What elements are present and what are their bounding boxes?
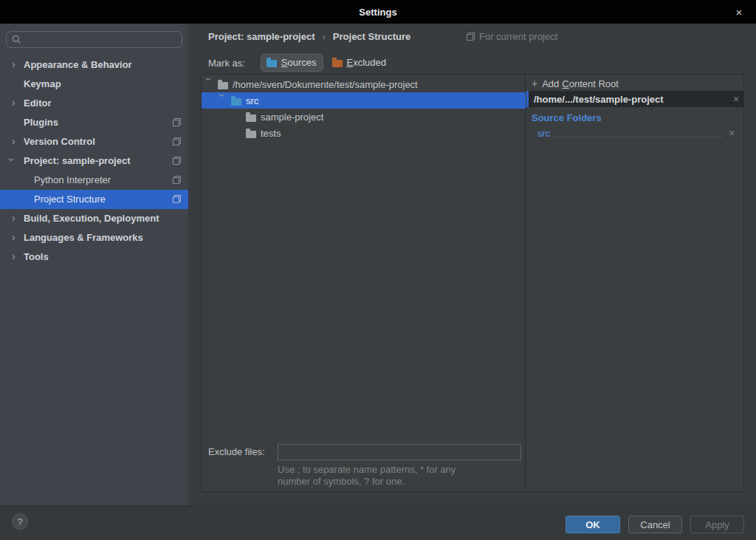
tree-row-tests[interactable]: tests xyxy=(202,125,526,141)
source-folder-icon xyxy=(267,60,277,67)
project-scope-icon xyxy=(173,118,181,126)
sidebar-item-label: Languages & Frameworks xyxy=(24,232,143,243)
sidebar-item-editor[interactable]: Editor xyxy=(0,94,188,113)
chevron-down-icon[interactable] xyxy=(207,76,218,92)
tree-row-root[interactable]: /home/sven/Dokumente/test/sample-project xyxy=(202,76,526,92)
exclude-files-input[interactable] xyxy=(278,444,521,460)
sidebar-item-appearance[interactable]: Appearance & Behavior xyxy=(0,55,188,75)
sidebar-item-tools[interactable]: Tools xyxy=(0,247,188,267)
settings-nav: Appearance & Behavior Keymap Editor Plug… xyxy=(0,55,188,267)
source-folder-row[interactable]: src × xyxy=(526,126,739,140)
project-scope-icon xyxy=(173,195,181,203)
chevron-down-icon xyxy=(10,151,19,171)
sidebar-item-label: Keymap xyxy=(24,78,61,89)
sidebar-item-label: Project Structure xyxy=(34,194,106,205)
exclude-hint-line2: number of symbols, ? for one. xyxy=(278,476,405,488)
breadcrumb: Project: sample-project › Project Struct… xyxy=(208,28,410,44)
exclude-files-row: Exclude files: xyxy=(202,443,526,460)
excluded-folder-icon xyxy=(332,60,343,67)
folder-icon xyxy=(246,115,256,122)
breadcrumb-project[interactable]: Project: sample-project xyxy=(208,31,315,42)
project-scope-icon xyxy=(467,33,475,41)
source-folders-title: Source Folders xyxy=(532,112,602,123)
plus-icon: + xyxy=(532,78,537,89)
source-folder-icon xyxy=(231,98,241,106)
remove-content-root-icon[interactable]: × xyxy=(729,93,743,105)
help-button[interactable]: ? xyxy=(12,513,28,530)
sidebar-item-label: Project: sample-project xyxy=(24,155,131,166)
tree-sample-project-label: sample-project xyxy=(261,112,323,123)
folder-icon xyxy=(218,82,228,89)
sidebar-item-label: Python Interpreter xyxy=(34,174,111,185)
sidebar-item-label: Build, Execution, Deployment xyxy=(24,213,159,224)
tree-root-path: /home/sven/Dokumente/test/sample-project xyxy=(233,79,418,90)
mark-as-toolbar: Mark as: Sources Excluded xyxy=(208,53,392,72)
chevron-right-icon xyxy=(10,55,19,75)
content-roots-pane: + Add Content Root /home/.../test/sample… xyxy=(526,75,743,491)
cancel-button[interactable]: Cancel xyxy=(628,516,682,533)
sidebar-item-label: Editor xyxy=(24,98,52,109)
sidebar-item-version-control[interactable]: Version Control xyxy=(0,132,188,151)
tree-row-sample-project[interactable]: sample-project xyxy=(202,109,526,125)
project-scope-icon xyxy=(173,176,181,184)
chevron-right-icon xyxy=(10,94,19,113)
settings-search[interactable] xyxy=(6,31,182,48)
remove-source-folder-icon[interactable]: × xyxy=(724,127,739,139)
sidebar-item-label: Version Control xyxy=(24,136,95,147)
exclude-hint-line1: Use ; to separate name patterns, * for a… xyxy=(278,464,456,476)
breadcrumb-separator-icon: › xyxy=(323,31,326,42)
scope-note-label: For current project xyxy=(479,31,557,42)
content-root-path: /home/.../test/sample-project xyxy=(534,94,729,105)
mark-excluded-button[interactable]: Excluded xyxy=(327,55,392,71)
breadcrumb-page: Project Structure xyxy=(333,31,410,42)
project-structure-panels: /home/sven/Dokumente/test/sample-project… xyxy=(201,74,744,492)
sidebar-item-label: Tools xyxy=(24,251,49,262)
folder-icon xyxy=(246,131,256,138)
close-icon[interactable]: × xyxy=(728,0,750,24)
add-content-root-label: Content Root xyxy=(562,78,619,89)
tree-tests-label: tests xyxy=(261,128,281,139)
chevron-right-icon xyxy=(10,132,19,151)
sidebar-item-build-execution[interactable]: Build, Execution, Deployment xyxy=(0,209,188,228)
add-content-root-prefix: Add xyxy=(542,78,559,89)
sidebar-item-python-interpreter[interactable]: Python Interpreter xyxy=(0,171,188,190)
source-folder-name[interactable]: src xyxy=(537,128,550,139)
settings-sidebar: Appearance & Behavior Keymap Editor Plug… xyxy=(0,24,188,505)
chevron-right-icon xyxy=(10,247,19,267)
search-input[interactable] xyxy=(26,34,166,45)
mark-sources-label: Sources xyxy=(281,57,317,68)
sidebar-item-languages-frameworks[interactable]: Languages & Frameworks xyxy=(0,228,188,247)
sidebar-item-plugins[interactable]: Plugins xyxy=(0,113,188,132)
chevron-right-icon xyxy=(10,228,19,247)
tree-src-label: src xyxy=(246,95,258,106)
scope-note: For current project xyxy=(467,28,557,44)
apply-button: Apply xyxy=(690,516,744,533)
add-content-root-button[interactable]: + Add Content Root xyxy=(532,76,619,91)
tree-row-src[interactable]: src xyxy=(202,92,526,109)
content-root-row[interactable]: /home/.../test/sample-project × xyxy=(526,91,743,107)
sidebar-item-keymap[interactable]: Keymap xyxy=(0,75,188,94)
chevron-right-icon xyxy=(10,209,19,228)
sidebar-item-label: Plugins xyxy=(24,117,58,128)
chevron-down-icon[interactable] xyxy=(221,92,231,109)
dotted-leader xyxy=(551,129,722,137)
ok-button[interactable]: OK xyxy=(566,516,620,533)
titlebar: Settings × xyxy=(0,0,756,24)
settings-dialog: Settings × Appearance & Behavior Keymap … xyxy=(0,0,756,540)
exclude-files-label: Exclude files: xyxy=(208,446,265,457)
dialog-footer: ? OK Cancel Apply xyxy=(0,505,756,540)
mark-as-label: Mark as: xyxy=(208,58,245,69)
project-scope-icon xyxy=(173,157,181,165)
sidebar-item-project[interactable]: Project: sample-project xyxy=(0,151,188,171)
mark-excluded-label: Excluded xyxy=(347,57,386,68)
mark-sources-button[interactable]: Sources xyxy=(261,55,323,71)
project-scope-icon xyxy=(173,137,181,146)
sidebar-item-label: Appearance & Behavior xyxy=(24,59,132,70)
dialog-title: Settings xyxy=(359,7,396,18)
content-tree-pane: /home/sven/Dokumente/test/sample-project… xyxy=(202,75,526,491)
sidebar-item-project-structure[interactable]: Project Structure xyxy=(0,190,188,209)
search-icon xyxy=(12,35,21,44)
